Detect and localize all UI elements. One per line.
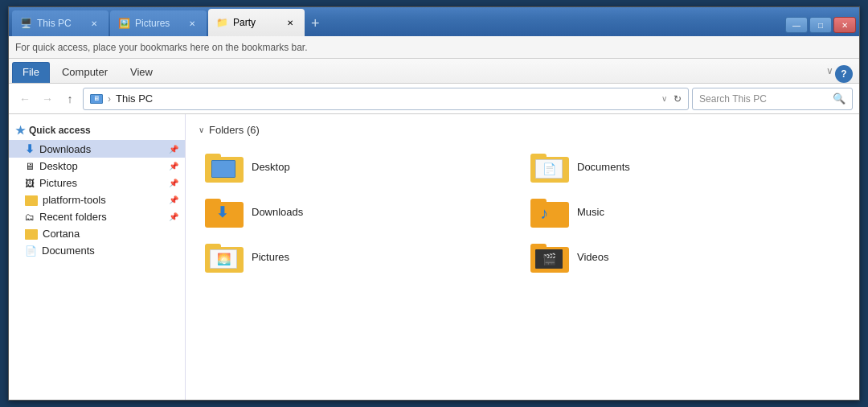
documents-sidebar-icon: 📄 xyxy=(25,245,37,257)
search-placeholder: Search This PC xyxy=(699,93,829,105)
ribbon-right: ∨ ? xyxy=(826,62,856,83)
folder-item-videos[interactable]: 🎬 Videos xyxy=(524,236,846,278)
sidebar-item-pictures[interactable]: 🖼 Pictures 📌 xyxy=(9,175,185,191)
videos-folder-icon: 🎬 xyxy=(530,240,569,273)
downloads-folder-icon: ⬇ xyxy=(205,195,244,228)
folder-item-documents[interactable]: 📄 Documents xyxy=(524,146,846,187)
sidebar-item-desktop[interactable]: 🖥 Desktop 📌 xyxy=(9,158,185,175)
quick-access-star-icon: ★ xyxy=(15,124,26,137)
sidebar-item-platform-tools[interactable]: platform-tools 📌 xyxy=(9,191,185,208)
sidebar-downloads-label: Downloads xyxy=(39,143,91,155)
recent-folders-icon: 🗂 xyxy=(25,212,35,223)
tab-party-close[interactable]: ✕ xyxy=(284,16,297,29)
tab-party[interactable]: 📁 Party ✕ xyxy=(208,9,305,36)
sidebar-desktop-label: Desktop xyxy=(39,160,78,172)
ribbon-tab-file[interactable]: File xyxy=(12,62,50,83)
quick-access-header[interactable]: ★ Quick access xyxy=(9,121,185,140)
downloads-icon: ⬇ xyxy=(25,142,35,155)
tab-pictures-label: Pictures xyxy=(135,18,181,29)
sidebar-item-downloads[interactable]: ⬇ Downloads 📌 xyxy=(9,140,185,158)
sidebar-documents-label: Documents xyxy=(42,245,95,257)
window-controls: — □ ✕ xyxy=(785,7,856,36)
address-chevron-icon[interactable]: ∨ xyxy=(661,94,667,103)
address-refresh-icon[interactable]: ↻ xyxy=(674,93,682,105)
sidebar: ★ Quick access ⬇ Downloads 📌 🖥 Desktop 📌… xyxy=(9,114,186,400)
file-explorer-window: 🖥️ This PC ✕ 🖼️ Pictures ✕ 📁 Party ✕ + —… xyxy=(8,6,860,401)
folders-grid: Desktop 📄 Documents ⬇ xyxy=(199,146,846,278)
pictures-icon: 🖼 xyxy=(25,178,35,189)
bookmarks-bar-text: For quick access, place your bookmarks h… xyxy=(15,42,308,53)
address-breadcrumb-arrow: › xyxy=(108,93,111,105)
folders-section-label: Folders (6) xyxy=(209,124,260,136)
ribbon-tab-view[interactable]: View xyxy=(120,62,163,83)
ribbon-tab-computer[interactable]: Computer xyxy=(51,62,118,83)
search-icon: 🔍 xyxy=(833,92,845,105)
sidebar-recent-folders-label: Recent folders xyxy=(39,211,107,223)
maximize-button[interactable]: □ xyxy=(809,17,832,33)
platform-tools-icon xyxy=(25,195,38,206)
new-tab-icon: + xyxy=(311,15,320,32)
back-button[interactable]: ← xyxy=(15,89,35,109)
folder-item-downloads[interactable]: ⬇ Downloads xyxy=(199,191,521,232)
desktop-pin-icon: 📌 xyxy=(169,162,178,171)
cortana-icon xyxy=(25,229,38,240)
downloads-folder-label: Downloads xyxy=(252,206,303,218)
ribbon-spacer xyxy=(165,62,825,83)
forward-button[interactable]: → xyxy=(38,89,57,109)
address-box[interactable]: 🖥 › This PC ∨ ↻ xyxy=(83,88,689,110)
platform-tools-pin-icon: 📌 xyxy=(169,195,178,204)
bookmarks-bar: For quick access, place your bookmarks h… xyxy=(9,36,859,59)
sidebar-platform-tools-label: platform-tools xyxy=(43,194,106,206)
ribbon-help-button[interactable]: ? xyxy=(835,65,853,83)
sidebar-pictures-label: Pictures xyxy=(39,177,77,189)
this-pc-tab-icon: 🖥️ xyxy=(20,18,32,29)
desktop-folder-label: Desktop xyxy=(252,161,290,173)
titlebar: 🖥️ This PC ✕ 🖼️ Pictures ✕ 📁 Party ✕ + —… xyxy=(9,7,859,36)
tab-this-pc[interactable]: 🖥️ This PC ✕ xyxy=(12,10,108,36)
folders-section-header[interactable]: ∨ Folders (6) xyxy=(199,124,846,136)
pictures-pin-icon: 📌 xyxy=(169,179,178,187)
ribbon-tabs: File Computer View ∨ ? xyxy=(9,59,859,83)
address-path: This PC xyxy=(116,92,657,105)
recent-folders-pin-icon: 📌 xyxy=(169,212,178,221)
documents-folder-icon: 📄 xyxy=(530,150,569,183)
search-box[interactable]: Search This PC 🔍 xyxy=(692,88,853,110)
pc-icon-inner: 🖥 xyxy=(93,95,100,102)
ribbon: File Computer View ∨ ? xyxy=(9,59,859,84)
tab-this-pc-close[interactable]: ✕ xyxy=(88,17,100,30)
tab-party-label: Party xyxy=(233,17,279,28)
tab-this-pc-label: This PC xyxy=(37,18,83,29)
section-chevron-icon: ∨ xyxy=(199,125,204,134)
tab-pictures-close[interactable]: ✕ xyxy=(186,17,199,30)
minimize-button[interactable]: — xyxy=(785,17,808,33)
folder-item-desktop[interactable]: Desktop xyxy=(199,146,521,187)
sidebar-item-recent-folders[interactable]: 🗂 Recent folders 📌 xyxy=(9,208,185,225)
pictures-folder-icon: 🌅 xyxy=(205,240,244,273)
file-area: ∨ Folders (6) Desktop xyxy=(186,114,859,400)
sidebar-item-cortana[interactable]: Cortana xyxy=(9,225,185,242)
videos-folder-label: Videos xyxy=(577,251,609,263)
party-tab-icon: 📁 xyxy=(216,17,228,28)
desktop-folder-icon xyxy=(205,150,244,183)
ribbon-expand-icon[interactable]: ∨ xyxy=(826,65,833,76)
folder-item-pictures[interactable]: 🌅 Pictures xyxy=(199,236,521,278)
folder-item-music[interactable]: ♪ Music xyxy=(524,191,846,232)
desktop-icon: 🖥 xyxy=(25,161,35,172)
sidebar-item-documents[interactable]: 📄 Documents xyxy=(9,242,185,259)
quick-access-label: Quick access xyxy=(29,125,91,136)
sidebar-cortana-label: Cortana xyxy=(43,228,80,240)
close-button[interactable]: ✕ xyxy=(833,17,856,33)
tab-pictures[interactable]: 🖼️ Pictures ✕ xyxy=(110,10,207,36)
up-button[interactable]: ↑ xyxy=(60,89,80,109)
music-folder-label: Music xyxy=(577,206,604,218)
downloads-pin-icon: 📌 xyxy=(169,145,178,154)
pictures-tab-icon: 🖼️ xyxy=(118,18,130,29)
documents-folder-label: Documents xyxy=(577,161,630,173)
new-tab-button[interactable]: + xyxy=(306,10,325,36)
music-folder-icon: ♪ xyxy=(530,195,569,228)
pictures-folder-label: Pictures xyxy=(252,251,289,263)
addressbar: ← → ↑ 🖥 › This PC ∨ ↻ Search This PC 🔍 xyxy=(9,84,859,114)
main-content: ★ Quick access ⬇ Downloads 📌 🖥 Desktop 📌… xyxy=(9,114,859,400)
address-pc-icon: 🖥 xyxy=(90,94,103,104)
